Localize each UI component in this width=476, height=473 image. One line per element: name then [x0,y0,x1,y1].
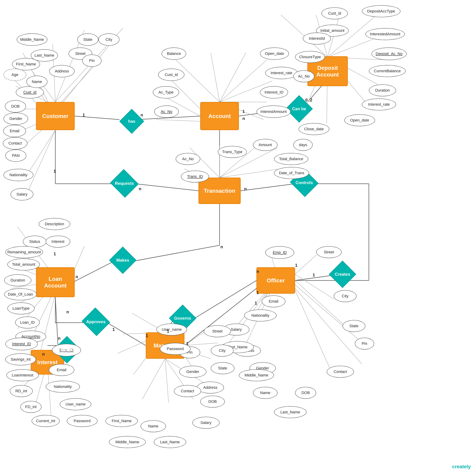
attr-email-manager: Email [49,364,74,376]
attr-total-balance: Total_Balance [274,153,308,165]
attr-password-manager: Password [67,415,98,427]
card-governs-manager: 1 [167,329,169,334]
attr-last-name: Last_Name [31,49,58,62]
attr-trans-id: Trans_ID [181,171,209,182]
attr-status: Status [23,236,47,248]
attr-description: Description [39,218,70,230]
attr-name-officer: Name [253,387,277,399]
attr-rd-int: RD_int [10,385,33,397]
attr-email-officer: Email [262,295,285,307]
svg-line-93 [165,359,169,403]
attr-name: Name [26,76,47,88]
entity-customer: Customer [36,102,75,130]
card-officer-manager-1: 1 [256,290,259,295]
attr-duration-loan: Duration [4,274,32,286]
card-customer-has: 1 [83,112,85,117]
attr-street-mgr: Street [204,325,231,337]
attr-balance: Balance [162,48,186,60]
attr-dob: DOB [5,100,26,112]
attr-amount: Amount [253,139,277,151]
attr-city-officer: City [334,290,357,302]
attr-close-date: Close_date [299,123,329,135]
attr-pan: PAN [5,149,26,162]
card-loan-updates: n [58,336,61,341]
attr-interested-amount: InterestedAmount [365,28,405,40]
attr-city-mgr: City [211,345,234,357]
attr-nationality-officer: Nationality [244,309,277,321]
entity-officer: Officer [256,267,295,294]
svg-line-39 [220,60,267,102]
attr-address: Address [49,65,75,77]
attr-last-name-mgr: Last_Name [154,436,186,448]
attr-street-officer: Street [316,246,342,258]
attr-city: City [98,33,119,46]
attr-nationality-manager: Nationality [46,381,80,393]
attr-interest-id-dep: InterestId [303,33,331,44]
attr-middle-name: Middle_Name [17,33,47,46]
attr-interest-loan: Interest [46,236,70,248]
card-account-canbe-1: 1 [242,109,245,114]
svg-line-45 [156,120,200,121]
svg-line-82 [295,255,316,274]
attr-email-customer: Email [3,125,26,137]
attr-first-name-mgr: First_Name [105,415,138,427]
attr-deposit-ac-no: Deposit_Ac_No [372,48,407,60]
attr-interest-id: Interest_ID [260,86,288,98]
attr-dob-mgr: DOB [200,396,225,408]
attr-deposit-acc-type: DepositAccType [362,5,400,17]
attr-state: State [77,33,98,46]
svg-line-24 [55,297,58,346]
attr-state-officer: State [342,320,365,332]
svg-line-38 [220,53,246,102]
card-manager-officer-1: 1 [186,341,188,346]
attr-emp-id-officer: Emp_ID [265,246,294,259]
attr-interest-id2: Interest_ID [5,338,38,350]
svg-line-13 [134,245,220,261]
svg-line-65 [220,169,281,178]
svg-line-8 [241,184,295,191]
card-account-canbe-n: n [242,116,245,121]
attr-cust-id-acct: Cust_id [158,69,185,81]
attr-last-name-officer: Last_Name [274,406,306,418]
attr-gender-mgr: Gender [179,366,206,378]
attr-gender: Gender [3,112,28,125]
attr-contact-mgr: Contact [174,385,201,397]
attr-date-of-trans: Date_of_Trans [274,167,309,179]
attr-loan-id: Loan_ID [15,316,40,328]
svg-line-75 [74,246,84,271]
attr-middle-name-mgr: Middle_Name [109,436,146,448]
attr-ac-no: Ac_No [154,106,179,118]
card-loan-approves: n [66,309,69,314]
attr-total-amount: Total_amount [7,258,40,271]
watermark: creately [452,464,471,470]
attr-emp-id-manager: Emp_ID [52,344,81,356]
svg-line-14 [75,261,114,281]
attr-contact: Contact [3,137,27,149]
attr-state-mgr: State [211,362,235,374]
attr-middle-name-officer: Middle_Name [239,369,274,381]
attr-date-of-loan: Date_Of_Loan [4,288,37,300]
attr-contact-officer: Contact [327,366,354,378]
svg-line-56 [25,130,55,197]
card-customer-requests: 1 [53,169,56,174]
card-trans-makes: n [221,244,223,249]
entity-account: Account [200,102,239,130]
attr-loan-interest: LoanInterest [6,369,39,381]
svg-line-55 [26,130,55,176]
attr-nationality: Nationality [3,169,33,181]
attr-days: days [293,139,313,151]
svg-line-0 [75,116,119,120]
entity-transaction: Transaction [199,178,241,204]
attr-user-name-manager: User_name [60,398,91,410]
attr-salary: Salary [11,188,33,200]
attr-ac-no-trans: Ac_No [176,153,200,165]
er-diagram: Customer Account DepositAccount Transact… [0,0,476,473]
attr-current-int: Current_int [32,415,60,427]
attr-age: Age [3,69,26,81]
card-approves-manager: 1 [112,327,115,332]
attr-cust-id: Cust_id [16,86,44,98]
attr-remaining-amount: Remaining_amount [5,246,43,258]
card-updates-interest: n [42,352,45,357]
attr-open-date: Open_date [260,48,289,60]
svg-line-84 [295,280,344,325]
